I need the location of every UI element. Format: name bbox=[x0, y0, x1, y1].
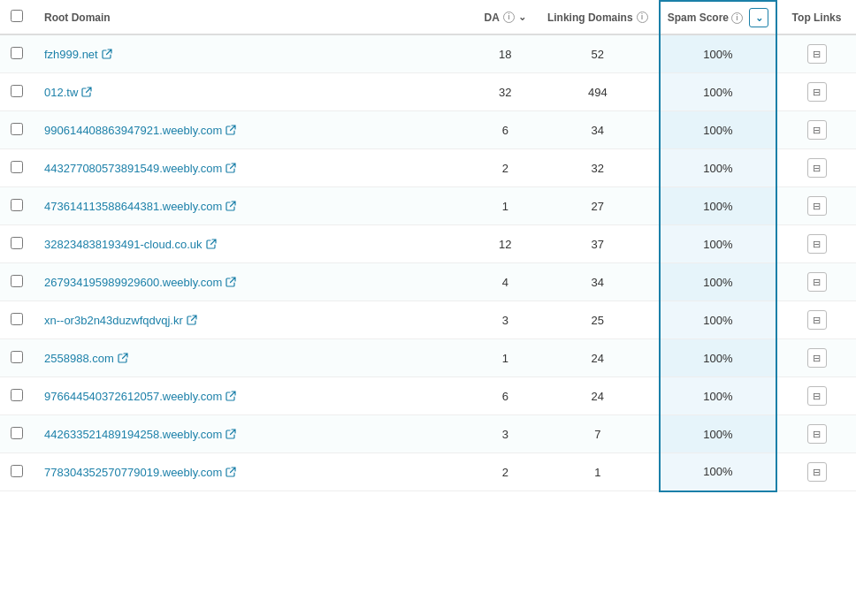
row-checkbox[interactable] bbox=[11, 389, 23, 401]
table-row: 442633521489194258.weebly.com 37100%⊟ bbox=[0, 415, 856, 453]
da-cell: 1 bbox=[474, 339, 537, 377]
domain-cell: 473614113588644381.weebly.com bbox=[34, 187, 474, 225]
top-links-cell: ⊟ bbox=[776, 453, 856, 491]
domain-cell: 442633521489194258.weebly.com bbox=[34, 415, 474, 453]
col-header-spam-score: Spam Score i ⌄ bbox=[660, 1, 776, 34]
ld-cell: 37 bbox=[537, 225, 660, 263]
col-header-root-domain: Root Domain bbox=[34, 1, 474, 34]
spam-score-value: 100% bbox=[703, 86, 732, 99]
spam-score-value: 100% bbox=[703, 428, 732, 441]
top-links-cell: ⊟ bbox=[776, 339, 856, 377]
da-cell: 2 bbox=[474, 149, 537, 187]
spam-score-cell: 100% bbox=[660, 73, 776, 111]
domain-cell: fzh999.net bbox=[34, 34, 474, 73]
spam-score-value: 100% bbox=[703, 314, 732, 327]
domain-link[interactable]: 442633521489194258.weebly.com bbox=[44, 428, 236, 441]
spam-score-cell: 100% bbox=[660, 111, 776, 149]
backlinks-table: Root Domain DA i ⌄ Linking Domains i bbox=[0, 0, 856, 492]
col-label-spam-score: Spam Score bbox=[668, 11, 729, 24]
row-checkbox-cell bbox=[0, 339, 34, 377]
table-row: 976644540372612057.weebly.com 624100%⊟ bbox=[0, 377, 856, 415]
row-checkbox[interactable] bbox=[11, 199, 23, 211]
top-links-button[interactable]: ⊟ bbox=[807, 120, 827, 140]
top-links-button[interactable]: ⊟ bbox=[807, 386, 827, 406]
ss-info-icon[interactable]: i bbox=[731, 12, 743, 24]
da-cell: 18 bbox=[474, 34, 537, 73]
domain-link[interactable]: 976644540372612057.weebly.com bbox=[44, 390, 236, 403]
top-links-cell: ⊟ bbox=[776, 377, 856, 415]
domain-link[interactable]: 473614113588644381.weebly.com bbox=[44, 200, 236, 213]
table-row: 012.tw 32494100%⊟ bbox=[0, 73, 856, 111]
domain-cell: 2558988.com bbox=[34, 339, 474, 377]
row-checkbox[interactable] bbox=[11, 161, 23, 173]
top-links-button[interactable]: ⊟ bbox=[807, 82, 827, 102]
ld-cell: 25 bbox=[537, 301, 660, 339]
main-table-container: Root Domain DA i ⌄ Linking Domains i bbox=[0, 0, 856, 616]
da-sort-icon[interactable]: ⌄ bbox=[518, 11, 526, 23]
domain-cell: 990614408863947921.weebly.com bbox=[34, 111, 474, 149]
ld-cell: 27 bbox=[537, 187, 660, 225]
row-checkbox[interactable] bbox=[11, 123, 23, 135]
table-row: 2558988.com 124100%⊟ bbox=[0, 339, 856, 377]
external-link-icon bbox=[225, 467, 236, 477]
top-links-button[interactable]: ⊟ bbox=[807, 310, 827, 330]
top-links-cell: ⊟ bbox=[776, 263, 856, 301]
domain-link[interactable]: xn--or3b2n43duzwfqdvqj.kr bbox=[44, 314, 197, 327]
top-links-cell: ⊟ bbox=[776, 73, 856, 111]
top-links-button[interactable]: ⊟ bbox=[807, 272, 827, 292]
row-checkbox[interactable] bbox=[11, 275, 23, 287]
row-checkbox[interactable] bbox=[11, 465, 23, 477]
top-links-button[interactable]: ⊟ bbox=[807, 424, 827, 444]
table-row: xn--or3b2n43duzwfqdvqj.kr 325100%⊟ bbox=[0, 301, 856, 339]
top-links-button[interactable]: ⊟ bbox=[807, 196, 827, 216]
domain-link[interactable]: 990614408863947921.weebly.com bbox=[44, 124, 236, 137]
spam-score-cell: 100% bbox=[660, 453, 776, 491]
spam-score-value: 100% bbox=[703, 238, 732, 251]
domain-link[interactable]: fzh999.net bbox=[44, 48, 112, 61]
spam-score-cell: 100% bbox=[660, 339, 776, 377]
external-link-icon bbox=[118, 353, 128, 363]
row-checkbox[interactable] bbox=[11, 47, 23, 59]
da-cell: 6 bbox=[474, 377, 537, 415]
domain-link[interactable]: 267934195989929600.weebly.com bbox=[44, 276, 236, 289]
spam-score-cell: 100% bbox=[660, 301, 776, 339]
domain-link[interactable]: 328234838193491-cloud.co.uk bbox=[44, 238, 217, 251]
external-link-icon bbox=[225, 429, 236, 439]
row-checkbox[interactable] bbox=[11, 237, 23, 249]
top-links-button[interactable]: ⊟ bbox=[807, 44, 827, 64]
top-links-cell: ⊟ bbox=[776, 187, 856, 225]
domain-cell: 012.tw bbox=[34, 73, 474, 111]
ld-info-icon[interactable]: i bbox=[637, 11, 648, 23]
domain-link[interactable]: 012.tw bbox=[44, 86, 92, 99]
table-body: fzh999.net 1852100%⊟012.tw 32494100%⊟990… bbox=[0, 34, 856, 491]
top-links-button[interactable]: ⊟ bbox=[807, 348, 827, 368]
spam-score-value: 100% bbox=[703, 162, 732, 175]
row-checkbox-cell bbox=[0, 187, 34, 225]
external-link-icon bbox=[225, 163, 236, 173]
top-links-button[interactable]: ⊟ bbox=[807, 158, 827, 178]
table-row: 778304352570779019.weebly.com 21100%⊟ bbox=[0, 453, 856, 491]
da-info-icon[interactable]: i bbox=[503, 11, 515, 23]
row-checkbox[interactable] bbox=[11, 351, 23, 363]
row-checkbox[interactable] bbox=[11, 313, 23, 325]
ld-cell: 24 bbox=[537, 377, 660, 415]
table-header-row: Root Domain DA i ⌄ Linking Domains i bbox=[0, 1, 856, 34]
table-row: 443277080573891549.weebly.com 232100%⊟ bbox=[0, 149, 856, 187]
ss-sort-button[interactable]: ⌄ bbox=[749, 8, 768, 27]
da-cell: 32 bbox=[474, 73, 537, 111]
spam-score-cell: 100% bbox=[660, 187, 776, 225]
domain-link[interactable]: 443277080573891549.weebly.com bbox=[44, 162, 236, 175]
row-checkbox[interactable] bbox=[11, 427, 23, 439]
top-links-button[interactable]: ⊟ bbox=[807, 462, 827, 482]
da-cell: 4 bbox=[474, 263, 537, 301]
domain-link[interactable]: 778304352570779019.weebly.com bbox=[44, 466, 236, 479]
external-link-icon bbox=[225, 125, 236, 135]
domain-cell: 778304352570779019.weebly.com bbox=[34, 453, 474, 491]
select-all-checkbox[interactable] bbox=[11, 10, 23, 22]
row-checkbox-cell bbox=[0, 149, 34, 187]
top-links-button[interactable]: ⊟ bbox=[807, 234, 827, 254]
external-link-icon bbox=[102, 49, 112, 59]
domain-cell: 443277080573891549.weebly.com bbox=[34, 149, 474, 187]
row-checkbox[interactable] bbox=[11, 85, 23, 97]
domain-link[interactable]: 2558988.com bbox=[44, 352, 128, 365]
